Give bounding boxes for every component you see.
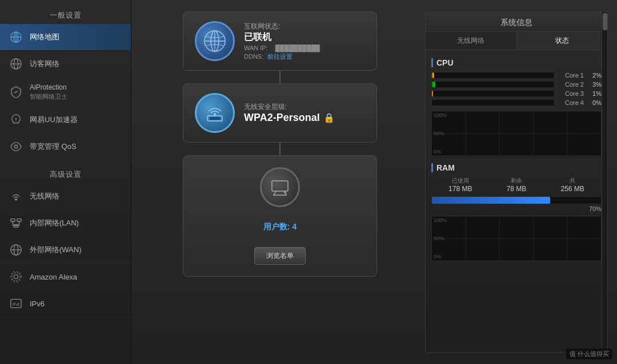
svg-line-7 — [14, 92, 15, 93]
sidebar: 一般设置 网络地图 访客网络 — [0, 0, 131, 364]
watermark: 值 什么值得买 — [566, 349, 612, 359]
router-icon — [195, 93, 235, 133]
sidebar-item-bandwidth-qos[interactable]: 带宽管理 QoS — [0, 134, 131, 160]
cpu-graph-label-bot: 0% — [434, 149, 441, 155]
internet-icon — [195, 21, 235, 61]
svg-point-23 — [12, 273, 21, 281]
monitor-icon — [260, 167, 300, 207]
core-label-2: Core 2 — [558, 81, 584, 88]
wireless-info: 无线安全层级: WPA2-Personal 🔒 — [244, 102, 365, 124]
sidebar-item-network-map[interactable]: 网络地图 — [0, 24, 131, 51]
scrollbar-thumb — [603, 13, 607, 30]
sidebar-item-ipv6[interactable]: IPv6 IPv6 — [0, 290, 131, 317]
ram-pct: 70% — [431, 205, 602, 212]
sidebar-label-network-map: 网络地图 — [30, 32, 59, 42]
lock-icon: 🔒 — [323, 112, 335, 123]
core-label-3: Core 3 — [558, 90, 584, 97]
svg-point-10 — [14, 145, 18, 148]
ram-graph-label-bot: 0% — [434, 254, 441, 260]
cpu-cores: Core 1 2% Core 2 3% Core 3 — [431, 72, 602, 106]
sidebar-item-lan[interactable]: 内部网络(LAN) — [0, 210, 131, 237]
sidebar-label-wan: 外部网络(WAN) — [30, 245, 82, 255]
system-info-panel: 系统信息 无线网络 状态 CPU Core 1 2% — [425, 11, 608, 353]
connector-1 — [279, 71, 281, 83]
core-row-1: Core 1 2% — [431, 72, 602, 79]
sidebar-label-wireless: 无线网络 — [30, 191, 59, 201]
svg-line-36 — [274, 191, 276, 195]
globe-icon — [8, 29, 24, 45]
svg-rect-13 — [17, 219, 21, 222]
ram-section-header: RAM — [431, 163, 602, 172]
ram-bar-bg — [431, 196, 602, 204]
wireless-icon — [8, 188, 24, 204]
system-info-scrollbar[interactable] — [602, 12, 607, 352]
sidebar-item-guest-network[interactable]: 访客网络 — [0, 51, 131, 78]
core-row-3: Core 3 1% — [431, 90, 602, 97]
user-count: 用户数: 4 — [263, 222, 297, 232]
sidebar-item-uu-accelerator[interactable]: 网易UU加速器 — [0, 107, 131, 134]
wireless-card: 无线安全层级: WPA2-Personal 🔒 — [183, 83, 377, 143]
svg-rect-12 — [11, 219, 15, 222]
sidebar-label-lan: 内部网络(LAN) — [30, 218, 79, 228]
system-info-title: 系统信息 — [426, 12, 607, 32]
main-content: 互联网状态: 已联机 WAN IP: ██████████ DDNS: 前往设置 — [131, 0, 617, 364]
browse-list-button[interactable]: 浏览名单 — [254, 247, 306, 265]
svg-rect-35 — [272, 181, 288, 191]
sidebar-item-alexa[interactable]: Amazon Alexa — [0, 264, 131, 290]
ram-graph-label-mid: 50% — [434, 236, 444, 241]
ram-stats: 已使用 178 MB 剩余 78 MB 共 256 MB — [431, 177, 602, 193]
sidebar-label-bandwidth-qos: 带宽管理 QoS — [30, 141, 77, 152]
core-bar-bg-2 — [431, 81, 555, 88]
core-bar-bg-4 — [431, 99, 555, 106]
cpu-accent — [431, 58, 433, 67]
cpu-graph-label-top: 100% — [434, 112, 447, 118]
ram-section-title: RAM — [436, 163, 455, 172]
core-pct-1: 2% — [587, 72, 602, 79]
core-row-2: Core 2 3% — [431, 81, 602, 88]
tab-wireless-network[interactable]: 无线网络 — [426, 32, 517, 50]
core-label-1: Core 1 — [558, 72, 584, 79]
ram-total: 共 256 MB — [561, 177, 584, 193]
sidebar-label-alexa: Amazon Alexa — [30, 273, 77, 281]
connector-2 — [279, 143, 281, 155]
system-info-tabs: 无线网络 状态 — [426, 32, 607, 50]
cpu-section-header: CPU — [431, 58, 602, 67]
svg-point-22 — [14, 275, 18, 279]
ram-total-value: 256 MB — [561, 185, 584, 193]
sidebar-item-wireless[interactable]: 无线网络 — [0, 183, 131, 210]
wireless-security-label: 无线安全层级: — [244, 102, 365, 112]
core-bar-1 — [432, 72, 434, 78]
wan-ip-value: ██████████ — [272, 45, 323, 51]
cpu-graph-label-mid: 50% — [434, 131, 444, 136]
internet-status-value: 已联机 — [244, 31, 365, 43]
wan-ip-label: WAN IP: — [244, 45, 268, 51]
svg-rect-32 — [210, 117, 220, 120]
alexa-icon — [8, 269, 24, 285]
system-info-body: CPU Core 1 2% Core 2 3% — [426, 50, 607, 352]
sidebar-label-ipv6: IPv6 — [30, 300, 45, 308]
sidebar-item-wan[interactable]: 外部网络(WAN) — [0, 237, 131, 264]
ram-graph: 100% 50% 0% — [431, 216, 602, 261]
users-card: 用户数: 4 浏览名单 — [183, 155, 377, 277]
user-count-value: 4 — [292, 222, 297, 231]
ram-remaining-value: 78 MB — [507, 185, 527, 193]
ipv6-icon: IPv6 — [8, 296, 24, 312]
network-map-area: 互联网状态: 已联机 WAN IP: ██████████ DDNS: 前往设置 — [141, 11, 425, 353]
svg-point-24 — [11, 272, 21, 282]
svg-point-34 — [214, 113, 216, 115]
cpu-section-title: CPU — [436, 58, 454, 67]
ddns-link[interactable]: 前往设置 — [267, 53, 293, 60]
wan-icon — [8, 242, 24, 258]
core-pct-4: 0% — [587, 99, 602, 106]
ddns-row: DDNS: 前往设置 — [244, 52, 365, 61]
sidebar-item-aiprotection[interactable]: AiProtection 智能网络卫士 — [0, 78, 131, 107]
lan-icon — [8, 215, 24, 231]
ram-remaining-label: 剩余 — [507, 177, 527, 185]
svg-point-11 — [15, 199, 17, 200]
cpu-graph-svg — [432, 111, 601, 156]
tab-status[interactable]: 状态 — [517, 32, 608, 50]
ddns-label: DDNS: — [244, 53, 263, 60]
sidebar-label-uu-accelerator: 网易UU加速器 — [30, 115, 78, 125]
ram-used: 已使用 178 MB — [448, 177, 472, 193]
shield-icon — [8, 84, 24, 100]
